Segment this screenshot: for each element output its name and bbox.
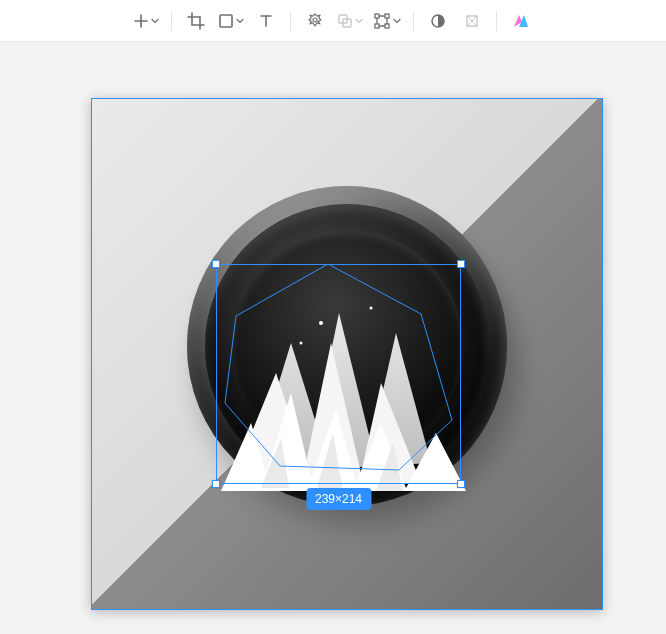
chevron-down-icon [151, 17, 159, 25]
resize-handle-top-right[interactable] [457, 260, 465, 268]
resize-handle-bottom-right[interactable] [457, 480, 465, 488]
plus-icon [133, 13, 149, 29]
mask-tool[interactable] [422, 5, 454, 37]
svg-marker-12 [225, 264, 452, 470]
square-icon [218, 13, 234, 29]
canvas[interactable]: 239×214 [0, 42, 666, 634]
resize-handle-bottom-left[interactable] [212, 480, 220, 488]
shape-tool[interactable] [214, 5, 248, 37]
layers-icon [337, 13, 353, 29]
selection-polygon [216, 264, 461, 484]
toolbar-separator [496, 11, 497, 31]
perspective-crop-tool[interactable] [456, 5, 488, 37]
color-adjust-icon [306, 12, 324, 30]
insert-tool[interactable] [129, 5, 163, 37]
toolbar [0, 0, 666, 42]
color-adjust-tool[interactable] [299, 5, 331, 37]
chevron-down-icon [393, 17, 401, 25]
text-tool[interactable] [250, 5, 282, 37]
nodes-icon [373, 12, 391, 30]
svg-rect-5 [385, 14, 389, 18]
toolbar-separator [171, 11, 172, 31]
svg-rect-6 [375, 24, 379, 28]
chevron-down-icon [236, 17, 244, 25]
svg-rect-0 [220, 15, 232, 27]
mask-icon [430, 13, 446, 29]
toolbar-separator [290, 11, 291, 31]
resize-handle-top-left[interactable] [212, 260, 220, 268]
svg-point-1 [313, 18, 317, 22]
selection-rectangle [216, 264, 461, 484]
crop-icon [187, 12, 205, 30]
text-icon [258, 13, 274, 29]
selection-dimensions-badge: 239×214 [306, 488, 371, 510]
chevron-down-icon [355, 17, 363, 25]
svg-rect-4 [375, 14, 379, 18]
perspective-crop-icon [464, 13, 480, 29]
layer-tool[interactable] [333, 5, 367, 37]
svg-rect-7 [385, 24, 389, 28]
node-edit-tool[interactable] [369, 5, 405, 37]
object-selection[interactable]: 239×214 [216, 264, 461, 484]
brand-icon [512, 12, 530, 30]
brand-logo[interactable] [505, 5, 537, 37]
crop-tool[interactable] [180, 5, 212, 37]
toolbar-separator [413, 11, 414, 31]
